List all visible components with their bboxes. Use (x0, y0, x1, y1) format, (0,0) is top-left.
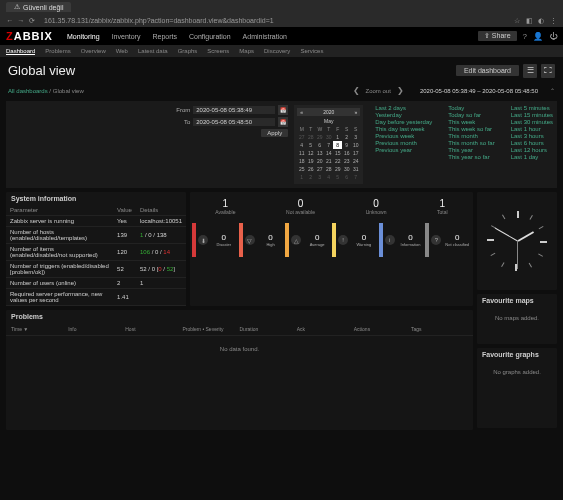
quick-link[interactable]: This week (448, 119, 494, 125)
quick-link[interactable]: Last 15 minutes (511, 112, 553, 118)
sub-nav-screens[interactable]: Screens (207, 48, 229, 54)
from-calendar-icon[interactable]: 📅 (278, 105, 288, 115)
collapse-icon[interactable]: ⌃ (550, 87, 555, 94)
sub-nav-latest-data[interactable]: Latest data (138, 48, 168, 54)
severity-high[interactable]: ▽0High (239, 223, 285, 257)
quick-link[interactable]: This month (448, 133, 494, 139)
zoom-out-button[interactable]: Zoom out (366, 88, 391, 94)
problems-col[interactable]: Host (125, 326, 182, 332)
toggle-button[interactable]: ☰ (523, 64, 537, 78)
cal-day[interactable]: 13 (315, 149, 324, 157)
cal-day[interactable]: 19 (306, 157, 315, 165)
cal-day[interactable]: 1 (297, 173, 306, 181)
quick-link[interactable]: Last 1 day (511, 154, 553, 160)
problems-col[interactable]: Tags (411, 326, 468, 332)
cal-day[interactable]: 30 (342, 165, 351, 173)
severity-average[interactable]: △0Average (285, 223, 331, 257)
cal-day[interactable]: 22 (333, 157, 342, 165)
quick-link[interactable]: Last 6 hours (511, 140, 553, 146)
logout-icon[interactable]: ⏻ (549, 32, 557, 41)
quick-link[interactable]: Previous month (375, 140, 432, 146)
cal-day[interactable]: 1 (333, 133, 342, 141)
quick-link[interactable]: This year (448, 147, 494, 153)
cal-day[interactable]: 27 (297, 133, 306, 141)
sub-nav-graphs[interactable]: Graphs (178, 48, 198, 54)
cal-day[interactable]: 4 (297, 141, 306, 149)
cal-year-next-icon[interactable]: » (354, 109, 357, 115)
quick-link[interactable]: This week so far (448, 126, 494, 132)
cal-day[interactable]: 31 (351, 165, 360, 173)
cal-day[interactable]: 28 (306, 133, 315, 141)
sub-nav-dashboard[interactable]: Dashboard (6, 48, 35, 55)
main-nav-inventory[interactable]: Inventory (112, 33, 141, 40)
cal-day[interactable]: 15 (333, 149, 342, 157)
cal-day[interactable]: 29 (315, 133, 324, 141)
star-icon[interactable]: ☆ (513, 17, 521, 25)
problems-col[interactable]: Info (68, 326, 125, 332)
browser-tab[interactable]: ⚠ Güvenli değil (6, 2, 71, 12)
quick-link[interactable]: Previous week (375, 133, 432, 139)
to-calendar-icon[interactable]: 📅 (278, 117, 288, 127)
forward-icon[interactable]: → (17, 17, 25, 25)
quick-link[interactable]: Today so far (448, 112, 494, 118)
cal-day[interactable]: 6 (342, 173, 351, 181)
cal-day[interactable]: 27 (315, 165, 324, 173)
cal-day[interactable]: 11 (297, 149, 306, 157)
ext-icon[interactable]: ◧ (525, 17, 533, 25)
cal-day[interactable]: 9 (342, 141, 351, 149)
cal-day[interactable]: 25 (297, 165, 306, 173)
cal-day[interactable]: 26 (306, 165, 315, 173)
quick-link[interactable]: Last 30 minutes (511, 119, 553, 125)
cal-day[interactable]: 18 (297, 157, 306, 165)
reload-icon[interactable]: ⟳ (28, 17, 36, 25)
to-input[interactable] (193, 118, 275, 126)
quick-link[interactable]: Previous year (375, 147, 432, 153)
severity-information[interactable]: i0Information (379, 223, 425, 257)
breadcrumb-all[interactable]: All dashboards (8, 88, 48, 94)
fullscreen-button[interactable]: ⛶ (541, 64, 555, 78)
cal-day[interactable]: 3 (315, 173, 324, 181)
quick-link[interactable]: This month so far (448, 140, 494, 146)
quick-link[interactable]: Last 5 minutes (511, 105, 553, 111)
main-nav-monitoring[interactable]: Monitoring (67, 33, 100, 40)
cal-day[interactable]: 2 (306, 173, 315, 181)
severity-not-classified[interactable]: ?0Not classified (425, 223, 471, 257)
time-next-icon[interactable]: ❯ (397, 86, 404, 95)
cal-day[interactable]: 7 (351, 173, 360, 181)
help-icon[interactable]: ? (523, 32, 527, 41)
share-button[interactable]: ⇪ Share (478, 31, 517, 41)
cal-day[interactable]: 3 (351, 133, 360, 141)
problems-col[interactable]: Actions (354, 326, 411, 332)
quick-link[interactable]: This day last week (375, 126, 432, 132)
from-input[interactable] (193, 106, 275, 114)
sub-nav-maps[interactable]: Maps (239, 48, 254, 54)
cal-day[interactable]: 21 (324, 157, 333, 165)
url-text[interactable]: 161.35.78.131/zabbix/zabbix.php?action=d… (40, 17, 509, 24)
cal-day[interactable]: 6 (315, 141, 324, 149)
cal-day[interactable]: 7 (324, 141, 333, 149)
time-range-display[interactable]: 2020-05-08 05:38:49 – 2020-05-08 05:48:5… (420, 88, 538, 94)
main-nav-administration[interactable]: Administration (243, 33, 287, 40)
sub-nav-overview[interactable]: Overview (81, 48, 106, 54)
cal-day[interactable]: 30 (324, 133, 333, 141)
main-nav-reports[interactable]: Reports (152, 33, 177, 40)
menu-icon[interactable]: ⋮ (549, 17, 557, 25)
cal-day[interactable]: 28 (324, 165, 333, 173)
cal-day[interactable]: 14 (324, 149, 333, 157)
quick-link[interactable]: Last 3 hours (511, 133, 553, 139)
cal-day[interactable]: 12 (306, 149, 315, 157)
problems-col[interactable]: Problem • Severity (182, 326, 239, 332)
apply-button[interactable]: Apply (261, 129, 288, 137)
cal-day[interactable]: 20 (315, 157, 324, 165)
cal-day[interactable]: 8 (333, 141, 342, 149)
severity-disaster[interactable]: ⬇0Disaster (192, 223, 238, 257)
cal-day[interactable]: 4 (324, 173, 333, 181)
cal-day[interactable]: 29 (333, 165, 342, 173)
quick-link[interactable]: Last 12 hours (511, 147, 553, 153)
sub-nav-web[interactable]: Web (116, 48, 128, 54)
time-prev-icon[interactable]: ❮ (353, 86, 360, 95)
cal-day[interactable]: 17 (351, 149, 360, 157)
cal-day[interactable]: 23 (342, 157, 351, 165)
sub-nav-services[interactable]: Services (300, 48, 323, 54)
main-nav-configuration[interactable]: Configuration (189, 33, 231, 40)
